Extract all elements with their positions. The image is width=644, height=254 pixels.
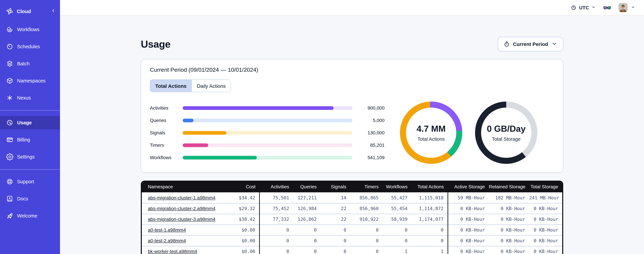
chevron-down-icon (551, 40, 558, 48)
namespace-link[interactable]: abs-migration-cluster-1.a98mm4 (148, 195, 216, 200)
cell-retained-storage: 0 KB-Hour (489, 214, 529, 224)
cell-active-storage: 0 KB-Hour (448, 235, 489, 246)
welcome-icon (6, 212, 14, 220)
sidebar-item-support[interactable]: Support (0, 175, 60, 188)
namespace-usage-table: NamespaceCostActivitiesQueriesSignalsTim… (141, 180, 563, 254)
labs-glasses-button[interactable] (603, 4, 611, 12)
timezone-selector[interactable]: UTC (570, 4, 596, 10)
cell-queries: 127,211 (293, 192, 321, 203)
namespace-link[interactable]: a0-test-1.a98mm4 (148, 227, 186, 232)
sidebar-item-label: Nexus (17, 95, 31, 100)
cell-total-storage: 0 KB-Hour (529, 224, 562, 235)
sidebar-item-billing[interactable]: Billing (0, 133, 60, 146)
namespace-link[interactable]: bk-worker-test.a98mm4 (148, 249, 197, 254)
bar-track (183, 106, 352, 110)
timezone-label: UTC (579, 5, 589, 10)
tab-daily-actions[interactable]: Daily Actions (192, 80, 231, 92)
cell-signals: 22 (321, 203, 350, 214)
cell-active-storage: 0 KB-Hour (448, 214, 489, 224)
cell-timers: 910,922 (350, 214, 383, 224)
cell-active-storage: 59 MB-Hour (448, 192, 489, 203)
cell-activities: 0 (260, 246, 293, 254)
page-title: Usage (141, 38, 170, 50)
chevron-down-icon (591, 5, 596, 10)
sidebar-item-usage[interactable]: Usage (0, 116, 60, 129)
batch-icon (6, 60, 14, 67)
column-header-total-storage: Total Storage (529, 180, 562, 192)
namespaces-icon (6, 77, 14, 84)
card-heading: Current Period (09/01/2024 — 10/01/2024) (150, 67, 554, 74)
cell-retained-storage: 0 KB-Hour (489, 246, 529, 254)
sidebar-item-label: Namespaces (17, 78, 46, 84)
glasses-icon (603, 4, 611, 12)
period-selector-button[interactable]: Current Period (498, 37, 563, 51)
cell-queries: 0 (293, 235, 321, 246)
cell-timers: 856,960 (350, 203, 383, 214)
sidebar-item-welcome[interactable]: Welcome (0, 209, 60, 222)
namespace-link[interactable]: abs-migration-cluster-2.a98mm4 (148, 206, 216, 211)
sidebar-divider (0, 169, 60, 170)
table-row: abs-migration-cluster-3.a98mm4$38.4277,3… (142, 214, 562, 224)
cell-total-storage: 0 KB-Hour (529, 246, 562, 254)
cell-signals: 0 (321, 246, 350, 254)
sidebar-brand[interactable]: Cloud (0, 5, 60, 18)
bar-fill (183, 143, 208, 147)
brand-label: Cloud (17, 8, 47, 14)
column-header-namespace: Namespace (142, 180, 230, 192)
column-header-total-actions: Total Actions (412, 180, 448, 192)
cell-total-storage: 241 MB-Hour (529, 192, 562, 203)
sidebar-item-nexus[interactable]: Nexus (0, 91, 60, 104)
sidebar-item-settings[interactable]: Settings (0, 150, 60, 164)
bar-value: 900,000 (356, 105, 384, 110)
sidebar-item-schedules[interactable]: Schedules (0, 40, 60, 53)
namespace-link[interactable]: a0-test-2.a98mm4 (148, 238, 186, 243)
cell-total-actions: 1,115,018 (412, 192, 448, 203)
donut-label: Total Actions (418, 136, 445, 142)
cell-retained-storage: 0 KB-Hour (489, 235, 529, 246)
cell-workflows: 1 (383, 246, 412, 254)
cell-namespace: abs-migration-cluster-1.a98mm4 (142, 192, 230, 203)
cell-queries: 126,862 (293, 214, 321, 224)
cell-timers: 856,865 (350, 192, 383, 203)
period-selector-label: Current Period (513, 41, 548, 47)
cell-total-actions: 1,174,077 (412, 214, 448, 224)
usage-charts: Activities900,000Queries5,000Signals130,… (150, 102, 554, 164)
cell-namespace: abs-migration-cluster-3.a98mm4 (142, 214, 230, 224)
user-menu[interactable] (618, 3, 635, 12)
cell-queries: 0 (293, 246, 321, 254)
column-header-timers: Timers (350, 180, 383, 192)
namespace-link[interactable]: abs-migration-cluster-3.a98mm4 (148, 216, 216, 222)
bar-value: 130,000 (356, 130, 384, 136)
table-header-row: NamespaceCostActivitiesQueriesSignalsTim… (142, 180, 562, 192)
bar-row-signals: Signals130,000 (150, 130, 384, 136)
tab-total-actions[interactable]: Total Actions (150, 80, 192, 92)
page-content: Usage Current Period Current Period (09/… (60, 16, 644, 254)
column-header-workflows: Workflows (383, 180, 412, 192)
column-header-cost: Cost (230, 180, 260, 192)
sidebar-item-label: Workflows (17, 27, 40, 32)
cell-timers: 0 (350, 224, 383, 235)
bar-track (183, 118, 352, 122)
sidebar-collapse-button[interactable] (50, 8, 56, 14)
user-avatar (618, 3, 628, 12)
cell-signals: 14 (321, 192, 350, 203)
sidebar-item-docs[interactable]: Docs (0, 192, 60, 206)
bar-track (183, 156, 352, 159)
sidebar-item-batch[interactable]: Batch (0, 57, 60, 70)
bar-row-timers: Timers85,201 (150, 142, 384, 148)
cell-active-storage: 0 KB-Hour (448, 246, 489, 254)
cell-workflows: 55,427 (383, 192, 412, 203)
cell-signals: 22 (321, 214, 350, 224)
sidebar-item-label: Schedules (17, 44, 40, 49)
cell-activities: 75,452 (260, 203, 293, 214)
bar-label: Timers (150, 142, 179, 148)
bar-label: Activities (150, 105, 179, 110)
donut-chart-total-actions: 4.7 MMTotal Actions (400, 102, 462, 164)
cell-total-storage: 0 KB-Hour (529, 235, 562, 246)
sidebar-item-workflows[interactable]: Workflows (0, 23, 60, 36)
donut-value: 0 GB/Day (487, 124, 526, 134)
sidebar-item-label: Support (17, 179, 34, 184)
cell-workflows: 58,939 (383, 214, 412, 224)
sidebar-item-namespaces[interactable]: Namespaces (0, 74, 60, 88)
sidebar: Cloud WorkflowsSchedulesBatchNamespacesN… (0, 0, 60, 254)
